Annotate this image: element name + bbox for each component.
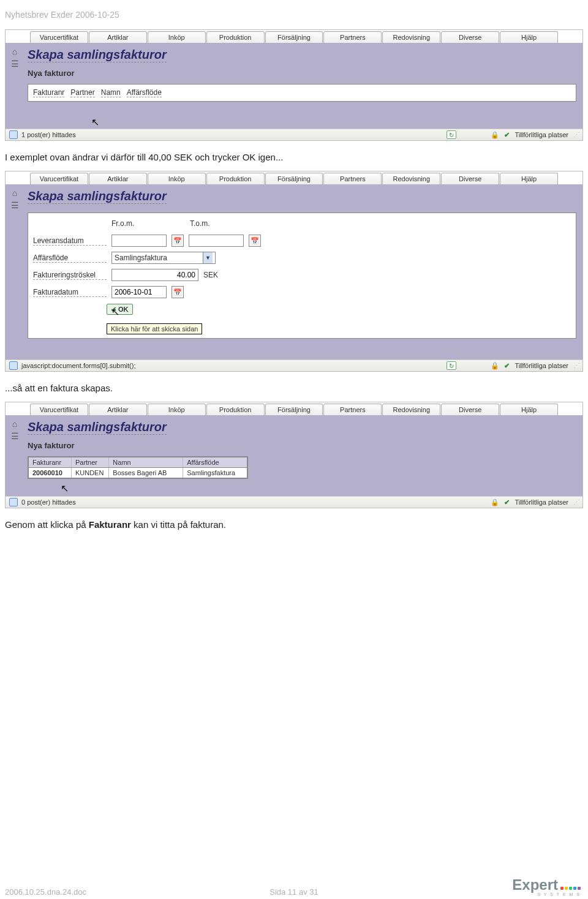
leveransdatum-from-input[interactable] [111,235,167,247]
fakturadatum-label: Fakturadatum [33,288,107,297]
col-fakturanr: Fakturanr [33,88,64,97]
tab-partners[interactable]: Partners [323,31,382,43]
sub-heading: Nya fakturor [28,441,576,450]
form-panel: Fr.o.m. T.o.m. Leveransdatum 📅 📅 Affärsf… [28,213,576,339]
tooltip: Klicka här för att skicka sidan [107,323,202,334]
sidebar: ⌂ ☰ [6,186,24,347]
tab-artiklar[interactable]: Artiklar [89,31,147,43]
doc-header: Nyhetsbrev Exder 2006-10-25 [0,7,588,26]
column-headers: Fakturanr Partner Namn Affärsflöde [33,88,571,97]
status-bar: 0 post(er) hittades 🔒 ✔ Tillförlitliga p… [6,496,582,508]
fakturadatum-input[interactable] [111,286,167,298]
ok-button[interactable]: ✔ OK [107,304,133,315]
status-right: Tillförlitliga platser [514,498,568,506]
caption-1: I exemplet ovan ändrar vi därför till 40… [0,147,588,167]
leveransdatum-to-input[interactable] [189,235,244,247]
screenshot-3: Varucertifikat Artiklar Inköp Produktion… [5,402,583,508]
tab-bar: Varucertifikat Artiklar Inköp Produktion… [6,402,582,416]
tab-hjalp[interactable]: Hjälp [500,173,558,184]
cell-namn: Bosses Bageri AB [109,468,183,478]
col-to-label: T.o.m. [190,219,245,228]
chevron-down-icon: ▼ [203,252,213,263]
home-icon[interactable]: ⌂ [12,47,17,56]
tab-bar: Varucertifikat Artiklar Inköp Produktion… [6,171,582,186]
data-grid: Fakturanr Partner Namn Affärsflöde 20060… [28,456,248,479]
tab-partners[interactable]: Partners [323,173,382,184]
tab-varucertifikat[interactable]: Varucertifikat [30,173,88,184]
status-bar: javascript:document.forms[0].submit(); ↻… [6,359,582,371]
faktureringstroskel-unit: SEK [203,271,218,279]
tab-diverse[interactable]: Diverse [441,31,499,43]
ie-icon [9,498,18,506]
tab-inkop[interactable]: Inköp [148,404,206,415]
tab-bar: Varucertifikat Artiklar Inköp Produktion… [6,30,582,44]
status-left: javascript:document.forms[0].submit(); [21,362,135,369]
cell-fakturanr[interactable]: 20060010 [29,468,72,478]
grid-panel: Fakturanr Partner Namn Affärsflöde [28,84,576,102]
check-icon: ✔ [504,362,510,370]
lock-icon: 🔒 [491,362,499,370]
footer-center: Sida 11 av 31 [0,887,588,897]
tab-partners[interactable]: Partners [323,404,382,415]
resize-grip-icon[interactable]: ⋰ [573,498,579,506]
calendar-icon[interactable]: 📅 [249,235,261,247]
tab-produktion[interactable]: Produktion [206,31,265,43]
list-icon[interactable]: ☰ [11,431,19,441]
tab-varucertifikat[interactable]: Varucertifikat [30,404,88,415]
cell-affarsflode: Samlingsfaktura [183,468,247,478]
col-partner: Partner [70,88,94,97]
check-icon: ✔ [504,498,510,506]
tab-redovisning[interactable]: Redovisning [382,404,440,415]
tab-diverse[interactable]: Diverse [441,173,499,184]
check-icon: ✔ [504,131,510,139]
sidebar: ⌂ ☰ [6,416,24,487]
page-title: Skapa samlingsfakturor [28,420,167,435]
tab-produktion[interactable]: Produktion [206,173,265,184]
calendar-icon[interactable]: 📅 [172,286,184,298]
table-row[interactable]: 20060010 KUNDEN Bosses Bageri AB Samling… [28,468,247,478]
resize-grip-icon[interactable]: ⋰ [573,362,579,370]
cell-partner: KUNDEN [72,468,109,478]
page-footer: 2006.10.25.dna.24.doc Sida 11 av 31 Expe… [0,878,588,897]
home-icon[interactable]: ⌂ [12,188,17,198]
status-right: Tillförlitliga platser [514,131,568,138]
home-icon[interactable]: ⌂ [12,419,17,429]
tab-hjalp[interactable]: Hjälp [500,31,558,43]
lock-icon: 🔒 [491,498,499,506]
col-from-label: Fr.o.m. [111,219,167,228]
refresh-icon[interactable]: ↻ [447,130,456,139]
tab-redovisning[interactable]: Redovisning [382,31,440,43]
page-title: Skapa samlingsfakturor [28,189,167,204]
status-bar: 1 post(er) hittades ↻ 🔒 ✔ Tillförlitliga… [6,129,582,140]
col-namn: Namn [109,457,183,467]
screenshot-2: Varucertifikat Artiklar Inköp Produktion… [5,171,583,372]
col-affarsflode: Affärsflöde [127,88,162,97]
tab-forsaljning[interactable]: Försäljning [265,173,323,184]
faktureringstroskel-input[interactable] [111,269,198,281]
list-icon[interactable]: ☰ [11,200,19,210]
calendar-icon[interactable]: 📅 [172,235,184,247]
ie-icon [9,361,18,370]
tab-diverse[interactable]: Diverse [441,404,499,415]
affarsflode-select[interactable]: Samlingsfaktura ▼ [111,252,216,264]
tab-hjalp[interactable]: Hjälp [500,404,558,415]
col-namn: Namn [101,88,121,97]
caption-3: Genom att klicka på Fakturanr kan vi tit… [0,514,588,535]
page: Nyhetsbrev Exder 2006-10-25 Varucertifik… [0,0,588,899]
col-partner: Partner [72,457,109,467]
list-icon[interactable]: ☰ [11,59,19,69]
screenshot-1: Varucertifikat Artiklar Inköp Produktion… [5,29,583,141]
tab-varucertifikat[interactable]: Varucertifikat [30,31,88,43]
tab-forsaljning[interactable]: Försäljning [265,31,323,43]
tab-inkop[interactable]: Inköp [148,173,206,184]
tab-produktion[interactable]: Produktion [206,404,265,415]
status-right: Tillförlitliga platser [514,362,568,369]
tab-redovisning[interactable]: Redovisning [382,173,440,184]
tab-artiklar[interactable]: Artiklar [89,173,147,184]
refresh-icon[interactable]: ↻ [447,361,456,370]
resize-grip-icon[interactable]: ⋰ [573,131,579,139]
tab-forsaljning[interactable]: Försäljning [265,404,323,415]
tab-artiklar[interactable]: Artiklar [89,404,147,415]
tab-inkop[interactable]: Inköp [148,31,206,43]
faktureringstroskel-label: Faktureringströskel [33,271,107,280]
